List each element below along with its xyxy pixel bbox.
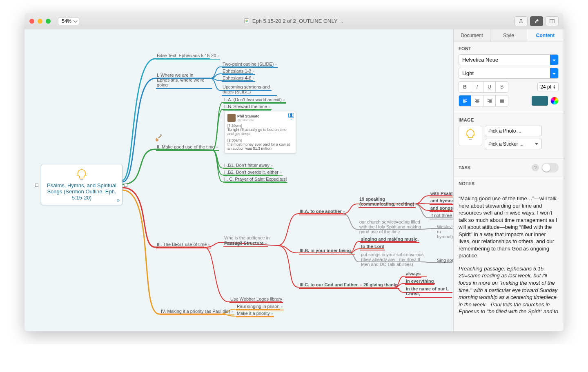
task-toggle[interactable] — [541, 163, 559, 173]
italic-button[interactable]: I — [471, 82, 483, 92]
notes-header: NOTES — [454, 177, 564, 191]
node-iic[interactable]: II. C. Prayer of Saint Expeditus! — [223, 177, 287, 183]
toolbar-right — [514, 16, 559, 26]
root-node[interactable]: Psalms, Hymns, and Spiritual Songs (Serm… — [41, 164, 122, 205]
pick-photo-button[interactable]: Pick a Photo ... — [485, 126, 542, 136]
node-ifnot[interactable]: If not three ty — [430, 213, 453, 219]
lightbulb-icon — [464, 128, 477, 143]
text-color-swatch[interactable] — [532, 96, 548, 106]
tweet-card[interactable]: 👤+ Phil Stamato@pstamato [7:30pm] Tonigh… — [225, 111, 296, 153]
node-church[interactable]: our church service=being filled with the… — [359, 219, 424, 235]
node-paul[interactable]: Paul singing in prison» — [236, 304, 284, 310]
node-section-i[interactable]: I. Where we are in Ephesians, where we'r… — [156, 73, 212, 89]
pick-sticker-button[interactable]: Pick a Sticker ... — [485, 139, 542, 149]
mindmap-canvas[interactable]: Psalms, Hymns, and Spiritual Songs (Serm… — [24, 29, 453, 331]
node-inevery[interactable]: in everything — [405, 279, 434, 285]
stepper-arrows[interactable]: ▲▼ — [553, 84, 556, 89]
node-always[interactable]: always — [405, 271, 421, 278]
task-section: TASK ? — [454, 159, 564, 177]
tab-content[interactable]: Content — [527, 29, 564, 42]
align-segment — [459, 95, 508, 106]
image-well[interactable] — [459, 126, 482, 146]
inspector-sidebar: Document Style Content FONT Helvetica Ne… — [453, 29, 564, 331]
tweet-name: Phil Stamato — [237, 114, 260, 118]
expand-icon[interactable]: » — [117, 197, 120, 203]
inspector-button[interactable] — [530, 16, 543, 26]
font-size-value: 24 pt — [540, 84, 551, 90]
zoom-select[interactable]: 54% — [58, 17, 79, 25]
node-passage[interactable]: Passage Structure» — [223, 241, 268, 247]
tweet-body-2: the most money ever paid for a cow at an… — [227, 142, 293, 151]
font-weight-select[interactable]: Light — [459, 68, 559, 79]
share-button[interactable] — [514, 16, 528, 26]
node-thanks[interactable]: 20 giving thanks — [363, 282, 399, 289]
bold-button[interactable]: B — [459, 82, 471, 92]
window-controls — [29, 19, 51, 24]
avatar — [227, 114, 236, 122]
panels-button[interactable] — [546, 16, 559, 26]
minimize-icon[interactable] — [38, 19, 42, 24]
node-putsongs[interactable]: put songs in your subconscious (they alr… — [360, 252, 425, 268]
color-picker-icon[interactable] — [550, 97, 559, 105]
node-psalms[interactable]: with Psalms — [430, 191, 453, 197]
task-label: TASK — [459, 165, 471, 170]
font-size-stepper[interactable]: 24 pt ▲▼ — [537, 82, 559, 91]
node-iiia[interactable]: III.A. to one another» — [299, 209, 346, 215]
node-tolord[interactable]: to the Lord — [360, 244, 385, 250]
align-justify-button[interactable] — [496, 95, 508, 106]
tab-style[interactable]: Style — [490, 29, 527, 42]
font-section: FONT Helvetica Neue Light B I U S 24 pt … — [454, 42, 564, 113]
tweet-body-1: Tonight I'll actually go to bed on time … — [227, 128, 293, 136]
node-webber[interactable]: Use Webber Logos library — [229, 297, 283, 303]
node-two-point[interactable]: Two-point outline (SLIDE)» — [222, 62, 278, 68]
share-icon — [518, 18, 524, 24]
node-singing[interactable]: singing and making music, — [360, 237, 419, 243]
underline-button[interactable]: U — [483, 82, 496, 92]
node-bible-text[interactable]: Bible Text: Ephesians 5:15-20» — [156, 53, 220, 60]
tweet-handle: @pstamato — [237, 118, 260, 122]
chevron-down-icon[interactable]: ⌄ — [341, 19, 344, 24]
node-section-ii[interactable]: II. Make good use of the time» — [156, 144, 219, 151]
node-section-iii[interactable]: III. The BEST use of time» — [156, 242, 211, 248]
align-center-button[interactable] — [471, 95, 483, 106]
root-title: Psalms, Hymns, and Spiritual Songs (Serm… — [45, 182, 118, 201]
node-iia[interactable]: II.A. (Don't fear world as evil)» — [223, 97, 286, 104]
notes-p1: “Making good use of the time…”—will talk… — [459, 195, 559, 259]
node-eph-1-3[interactable]: Ephesians 1-3» — [222, 69, 255, 75]
strike-button[interactable]: S — [496, 82, 508, 92]
font-family-select[interactable]: Helvetica Neue — [459, 54, 559, 65]
node-iiib[interactable]: III.B. in your inner being» — [299, 248, 355, 255]
node-iib[interactable]: II.B. Steward the time» — [223, 104, 271, 111]
align-right-button[interactable] — [483, 95, 496, 106]
node-singsor[interactable]: Sing sor — [436, 258, 453, 264]
node-upcoming[interactable]: Upcoming sermons and dates (SLIDE) — [222, 84, 277, 96]
document-title: Eph 5.15-20 2 of 2_OUTLINE ONLY ⌄ — [24, 18, 564, 24]
close-icon[interactable] — [29, 19, 34, 24]
document-icon — [244, 18, 249, 23]
resize-handle-left[interactable] — [35, 184, 38, 187]
node-songsin[interactable]: and songs in — [430, 206, 453, 212]
shovel-icon — [154, 132, 163, 144]
help-icon[interactable]: ? — [532, 164, 539, 171]
text-style-segment: B I U S — [459, 81, 508, 93]
node-iib2[interactable]: II.B2. Don't overdo it, either» — [223, 170, 283, 176]
node-eph-4-6[interactable]: Ephesians 4-6» — [222, 75, 255, 82]
node-iib1[interactable]: II.B1. Don't fritter away» — [223, 163, 274, 169]
node-makepri[interactable]: Make it a priority» — [236, 311, 274, 317]
tab-document[interactable]: Document — [454, 29, 490, 42]
node-section-iv[interactable]: IV. Making it a priority (as Paul did)» — [160, 309, 234, 315]
node-inname[interactable]: in the name of our L Christ, — [405, 286, 452, 298]
image-section: IMAGE Pick a Photo ... Pick a Sticker ..… — [454, 113, 564, 159]
node-speaking[interactable]: 19 speaking (communicating, reciting) — [359, 197, 416, 208]
node-wesley[interactable]: Wesley's ru hymnal) — [436, 224, 453, 240]
notes-textarea[interactable]: “Making good use of the time…”—will talk… — [454, 191, 564, 331]
align-left-button[interactable] — [459, 95, 471, 106]
tweet-time-2: [2:30am] — [227, 138, 293, 142]
titlebar: 54% Eph 5.15-20 2 of 2_OUTLINE ONLY ⌄ — [24, 13, 564, 29]
zoom-icon[interactable] — [46, 19, 51, 24]
columns-icon — [549, 18, 555, 24]
tweet-time-1: [7:30pm] — [227, 124, 293, 128]
node-hymns[interactable]: and hymns — [430, 198, 453, 205]
resize-handle-right[interactable] — [124, 184, 127, 187]
node-iiic[interactable]: III.C. to our God and Father.» — [299, 282, 363, 289]
